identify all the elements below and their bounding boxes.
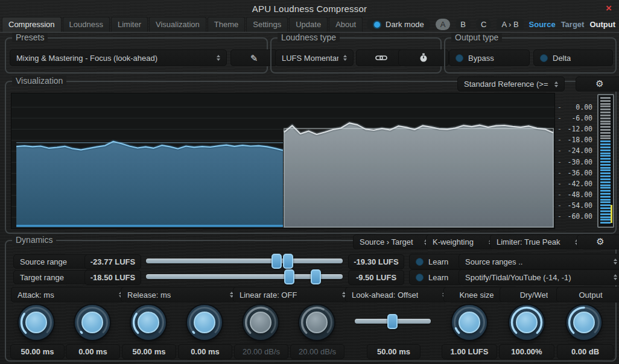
spinner-icon[interactable] [609,274,617,280]
dark-mode-radio-icon[interactable] [373,20,381,29]
release-alt-knob[interactable] [187,305,222,340]
dynamics-legend: Dynamics [12,235,56,245]
meter-segment [600,207,611,209]
spinner-icon[interactable] [550,81,558,87]
meter-segment [600,118,611,119]
target-learn-toggle[interactable]: Learn [409,269,465,285]
learn-radio-icon[interactable] [416,258,424,266]
target-range-handle-low[interactable] [284,269,294,284]
mode-select[interactable]: Source › Target [353,234,434,249]
control-header-release-ms[interactable]: Release: ms [121,287,240,303]
meter-segment [600,143,611,145]
limiter-select[interactable]: Limiter: True Peak [490,234,585,249]
target-range-handle-high[interactable] [311,269,321,284]
lookahead-value[interactable]: 50.00 ms [367,344,421,359]
slot-c-button[interactable]: C [476,19,491,30]
delta-toggle[interactable]: Delta [533,49,613,66]
source-range-high-value[interactable]: -19.30 LUFS [348,254,404,269]
meter-segment [600,196,611,198]
tab-limiter[interactable]: Limiter [111,17,148,32]
attack-alt-value[interactable]: 0.00 ms [66,344,120,359]
release-knob[interactable] [131,305,166,340]
loudness-graph[interactable] [11,93,555,229]
knee-size-value[interactable]: 1.00 LUFS [442,344,497,359]
target-range-label: Target range [13,270,92,284]
output-gain-knob[interactable] [567,305,602,340]
tab-about[interactable]: About [329,17,363,32]
tab-theme[interactable]: Theme [208,17,245,32]
copy-a-to-b-button[interactable]: A › B [497,19,523,30]
monitor-target-button[interactable]: Target [561,20,585,29]
tab-settings[interactable]: Settings [246,17,288,32]
dark-mode-toggle[interactable]: Dark mode [367,18,430,31]
source-ranges-select[interactable]: Source ranges .. [459,254,619,269]
target-ranges-select[interactable]: Spotify/Tidal/YouTube (-14, -1) [459,269,619,285]
source-learn-toggle[interactable]: Learn [409,254,465,269]
visualization-settings-button[interactable]: ⚙ [576,77,619,92]
meter-segment [600,126,611,128]
close-icon[interactable]: × [606,2,612,14]
timer-button[interactable] [398,49,449,66]
tab-update[interactable]: Update [289,17,328,32]
weighting-select[interactable]: K-weighting [426,234,499,249]
reference-select[interactable]: Standard Reference (>= -60) [457,77,565,92]
scale-tick: --42.00 [557,180,592,188]
meter-segment [600,201,611,203]
control-header-linear-rate-off[interactable]: Linear rate: OFF [233,287,352,303]
meter-segment [600,184,611,186]
spinner-icon[interactable] [609,259,617,265]
tab-visualization[interactable]: Visualization [149,17,206,32]
meter-segment [600,152,611,154]
tab-compression[interactable]: Compression [2,17,62,32]
learn-radio-icon[interactable] [416,274,424,281]
lookahead-handle[interactable] [387,314,398,329]
loudness-type-select[interactable]: LUFS Momentary [275,49,354,66]
linear-attack-rate-value: 20.00 dB/s [234,344,288,359]
target-range-high-value[interactable]: -9.50 LUFS [348,270,404,285]
control-header-attack-ms[interactable]: Attack: ms [11,287,129,303]
monitor-source-button[interactable]: Source [529,20,556,29]
attack-value[interactable]: 50.00 ms [10,344,65,359]
monitor-output-button[interactable]: Output [589,20,615,29]
spinner-icon[interactable] [337,292,346,298]
dry-wet-value[interactable]: 100.00% [499,344,554,359]
meter-segment [600,115,611,116]
preset-select[interactable]: Mixing & Mastering - Focus (look-ahead) [10,49,227,66]
output-gain-value[interactable]: 0.00 dB [557,344,614,359]
dry-wet-knob[interactable] [509,305,544,340]
slot-b-button[interactable]: B [456,19,471,30]
spinner-icon[interactable] [225,292,233,298]
loudness-chart [11,93,554,228]
attack-knob[interactable] [19,305,54,340]
target-range-slider[interactable] [146,274,343,279]
release-alt-value[interactable]: 0.00 ms [178,344,232,359]
spinner-icon[interactable] [212,55,220,61]
plugin-window: APU Loudness Compressor × CompressionLou… [0,0,619,364]
output-type-legend: Output type [451,33,502,42]
tab-loudness[interactable]: Loudness [63,17,110,32]
delta-radio-icon[interactable] [540,54,548,62]
attack-alt-knob[interactable] [75,305,110,340]
presets-legend: Presets [12,33,48,42]
target-range-low-value[interactable]: -18.50 LUFS [84,270,141,285]
meter-segment [600,105,611,107]
control-header-output[interactable]: Output [556,287,619,303]
meter-segment [600,213,611,215]
lookahead-slider[interactable] [355,319,431,324]
release-value[interactable]: 50.00 ms [122,344,176,359]
control-header-look-ahead-offset[interactable]: Look-ahead: Offset [345,287,452,303]
meter-segment [600,181,611,183]
scale-tick: -0.00 [557,103,592,111]
meter-segment [600,137,611,139]
source-range-handle-low[interactable] [271,254,282,269]
source-range-low-value[interactable]: -23.77 LUFS [84,254,141,269]
spinner-icon[interactable] [338,55,347,61]
source-range-handle-high[interactable] [283,254,293,269]
slot-a-button[interactable]: A [436,19,451,30]
bypass-toggle[interactable]: Bypass [449,49,530,66]
visualization-group: Visualization Standard Reference (>= -60… [5,81,617,234]
bypass-radio-icon[interactable] [456,54,463,62]
source-range-slider[interactable] [146,259,343,263]
knee-size-knob[interactable] [452,305,487,340]
dynamics-settings-button[interactable]: ⚙ [577,234,619,249]
